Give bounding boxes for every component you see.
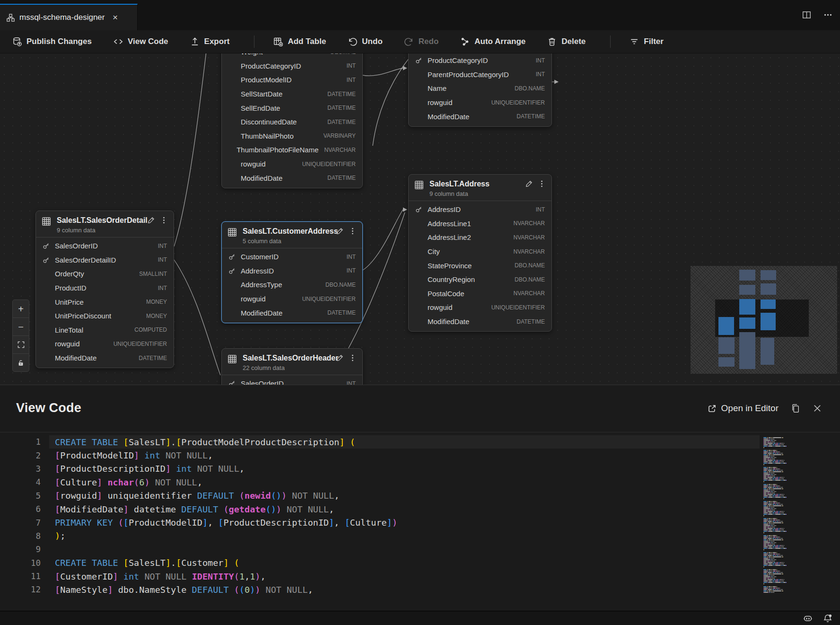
close-panel-icon[interactable] (813, 404, 822, 413)
code-minimap-line (772, 544, 774, 545)
column-row[interactable]: ModifiedDateDATETIME (222, 171, 362, 185)
table-card-productcategory-partial[interactable]: 5 column dataProductCategoryIDINTParentP… (408, 53, 552, 127)
code-minimap-line (777, 552, 777, 553)
tab-mssql-schema-designer[interactable]: mssql-schema-designer × (0, 4, 138, 30)
column-row[interactable]: OrderQtySMALLINT (36, 267, 174, 281)
edit-table-icon[interactable] (336, 354, 344, 362)
code-minimap-line (772, 493, 774, 493)
column-row[interactable]: NameDBO.NAME (409, 81, 551, 96)
column-row[interactable]: ModifiedDateDATETIME (222, 306, 362, 320)
code-minimap-line (763, 582, 767, 583)
column-row[interactable]: AddressLine1NVARCHAR (409, 217, 551, 231)
code-minimap-line (773, 559, 776, 560)
lock-button[interactable] (13, 354, 29, 371)
column-row[interactable]: SalesOrderIDINT (222, 377, 362, 385)
code-minimap[interactable] (763, 437, 792, 596)
column-type: DECIMAL (325, 53, 356, 55)
redo-button[interactable]: Redo (404, 37, 439, 46)
code-minimap-line (764, 504, 767, 505)
table-menu-icon[interactable] (349, 227, 357, 235)
column-row[interactable]: WeightDECIMAL (222, 53, 362, 59)
column-row[interactable]: rowguidUNIQUEIDENTIFIER (409, 300, 551, 315)
column-row[interactable]: rowguidUNIQUEIDENTIFIER (222, 292, 362, 306)
column-row[interactable]: LineTotalCOMPUTED (36, 323, 174, 337)
bell-icon[interactable] (823, 614, 832, 623)
code-minimap-line (776, 461, 778, 462)
column-row[interactable]: ProductCategoryIDINT (222, 59, 362, 73)
column-row[interactable]: ProductCategoryIDINT (409, 53, 551, 68)
undo-button[interactable]: Undo (348, 37, 382, 46)
open-in-editor-button[interactable]: Open in Editor (708, 403, 779, 414)
column-row[interactable]: ModifiedDateDATETIME (409, 315, 551, 329)
auto-arrange-button[interactable]: Auto Arrange (460, 37, 525, 46)
edit-table-icon[interactable] (147, 216, 155, 224)
split-editor-icon[interactable] (802, 10, 811, 19)
column-row[interactable]: AddressTypeDBO.NAME (222, 278, 362, 292)
code-minimap-line (769, 463, 773, 464)
column-row[interactable]: AddressIDINT (222, 264, 362, 278)
column-row[interactable]: UnitPriceMONEY (36, 295, 174, 309)
tab-title: mssql-schema-designer (19, 13, 105, 22)
code-minimap-line (781, 478, 783, 479)
column-row[interactable]: rowguidUNIQUEIDENTIFIER (222, 157, 362, 171)
table-card-salesorderdetail[interactable]: SalesLT.SalesOrderDetail9 column dataSal… (35, 211, 174, 368)
column-row[interactable]: SalesOrderDetailIDINT (36, 253, 174, 267)
view-code-button[interactable]: View Code (114, 37, 168, 46)
export-button[interactable]: Export (190, 37, 230, 46)
column-row[interactable]: rowguidUNIQUEIDENTIFIER (409, 96, 551, 110)
code-minimap-line (764, 575, 768, 576)
column-row[interactable]: ModifiedDateDATETIME (36, 351, 174, 365)
column-row[interactable]: SellEndDateDATETIME (222, 101, 362, 115)
table-card-product-partial[interactable]: WeightDECIMALProductCategoryIDINTProduct… (221, 53, 363, 188)
table-card-salesorderheader[interactable]: SalesLT.SalesOrderHeader22 column dataSa… (221, 348, 363, 385)
sql-code-editor[interactable]: 1CREATE TABLE [SalesLT].[ProductModelPro… (0, 432, 840, 597)
table-card-customeraddress[interactable]: SalesLT.CustomerAddress5 column dataCust… (221, 221, 363, 323)
table-card-address[interactable]: SalesLT.Address9 column dataAddressIDINT… (408, 174, 552, 332)
column-row[interactable]: ModifiedDateDATETIME (409, 109, 551, 123)
schema-canvas[interactable]: WeightDECIMALProductCategoryIDINTProduct… (0, 53, 840, 385)
column-row[interactable]: SalesOrderIDINT (36, 239, 174, 253)
delete-button[interactable]: Delete (547, 37, 586, 46)
column-row[interactable]: PostalCodeNVARCHAR (409, 287, 551, 301)
column-row[interactable]: ProductIDINT (36, 281, 174, 295)
column-row[interactable]: CityNVARCHAR (409, 245, 551, 259)
add-table-button[interactable]: Add Table (273, 37, 326, 46)
copy-code-icon[interactable] (791, 404, 800, 413)
column-type: INT (152, 285, 167, 291)
column-row[interactable]: CustomerIDINT (222, 250, 362, 264)
column-row[interactable]: SellStartDateDATETIME (222, 87, 362, 101)
code-minimap-line (763, 573, 767, 574)
column-row[interactable]: rowguidUNIQUEIDENTIFIER (36, 337, 174, 351)
column-type: DATETIME (322, 309, 356, 316)
column-row[interactable]: ThumbNailPhotoVARBINARY (222, 129, 362, 143)
fit-view-button[interactable] (13, 336, 29, 354)
column-row[interactable]: AddressIDINT (409, 202, 551, 217)
publish-changes-button[interactable]: Publish Changes (12, 37, 92, 46)
code-minimap-line (764, 519, 767, 520)
zoom-out-button[interactable]: − (13, 318, 29, 336)
column-row[interactable]: ProductModelIDINT (222, 73, 362, 87)
table-menu-icon[interactable] (160, 216, 168, 224)
column-row[interactable]: StateProvinceDBO.NAME (409, 258, 551, 273)
code-minimap-line (763, 454, 767, 455)
more-actions-icon[interactable] (823, 10, 832, 19)
column-row[interactable]: AddressLine2NVARCHAR (409, 230, 551, 245)
edit-table-icon[interactable] (336, 227, 344, 235)
filter-button[interactable]: Filter (630, 37, 664, 46)
column-row[interactable]: DiscontinuedDateDATETIME (222, 115, 362, 129)
column-row[interactable]: UnitPriceDiscountMONEY (36, 309, 174, 323)
code-minimap-line (768, 494, 772, 495)
table-menu-icon[interactable] (538, 180, 546, 188)
code-minimap-line (772, 441, 774, 442)
column-row[interactable]: ParentProductCategoryIDINT (409, 68, 551, 82)
column-row[interactable]: CountryRegionDBO.NAME (409, 273, 551, 287)
table-menu-icon[interactable] (349, 354, 357, 362)
edit-table-icon[interactable] (525, 180, 533, 188)
column-type: NVARCHAR (508, 220, 545, 227)
code-minimap-line (771, 490, 774, 491)
copilot-icon[interactable] (803, 614, 813, 623)
tab-close-icon[interactable]: × (109, 12, 121, 23)
zoom-in-button[interactable]: + (13, 300, 29, 318)
column-row[interactable]: ThumbnailPhotoFileNameNVARCHAR (222, 143, 362, 157)
diagram-minimap[interactable] (691, 266, 837, 374)
